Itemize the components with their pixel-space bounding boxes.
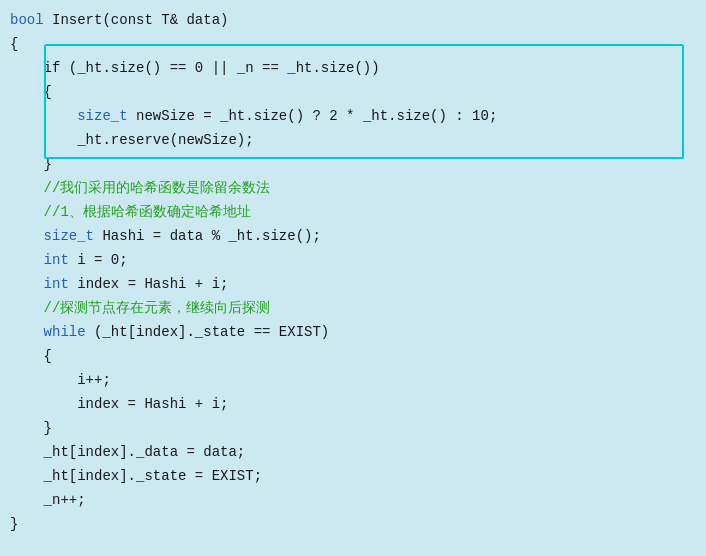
line-content: int i = 0; [0, 249, 128, 271]
code-line: } [0, 512, 706, 536]
line-content: i++; [0, 369, 111, 391]
code-token [10, 252, 44, 268]
code-line: int index = Hashi + i; [0, 272, 706, 296]
code-token: } [10, 516, 18, 532]
code-line: int i = 0; [0, 248, 706, 272]
code-line: //我们采用的哈希函数是除留余数法 [0, 176, 706, 200]
line-content: } [0, 153, 52, 175]
line-content: } [0, 513, 18, 535]
code-line: if (_ht.size() == 0 || _n == _ht.size()) [0, 56, 706, 80]
code-line: _ht[index]._data = data; [0, 440, 706, 464]
code-token: { [10, 84, 52, 100]
code-line: { [0, 32, 706, 56]
line-content: //探测节点存在元素，继续向后探测 [0, 297, 270, 319]
code-token [10, 276, 44, 292]
code-token: Insert(const T& data) [52, 12, 228, 28]
line-content: size_t Hashi = data % _ht.size(); [0, 225, 321, 247]
code-token: index = Hashi + i; [10, 396, 228, 412]
code-token: _n++; [10, 492, 86, 508]
code-token: newSize = _ht.size() ? 2 * _ht.size() : … [128, 108, 498, 124]
code-token [10, 324, 44, 340]
code-line: bool Insert(const T& data) [0, 8, 706, 32]
code-token: Hashi = data % _ht.size(); [94, 228, 321, 244]
line-content: bool Insert(const T& data) [0, 9, 228, 31]
code-token: index = Hashi + i; [69, 276, 229, 292]
code-line: } [0, 416, 706, 440]
line-content: int index = Hashi + i; [0, 273, 228, 295]
code-token: i = 0; [69, 252, 128, 268]
line-content: _n++; [0, 489, 86, 511]
code-line: index = Hashi + i; [0, 392, 706, 416]
line-content: if (_ht.size() == 0 || _n == _ht.size()) [0, 57, 380, 79]
code-token: (_ht[index]._state == EXIST) [86, 324, 330, 340]
line-content: _ht[index]._data = data; [0, 441, 245, 463]
code-line: { [0, 80, 706, 104]
code-line: size_t newSize = _ht.size() ? 2 * _ht.si… [0, 104, 706, 128]
code-token: //我们采用的哈希函数是除留余数法 [10, 180, 270, 196]
code-token: size_t [44, 228, 94, 244]
code-token: size_t [77, 108, 127, 124]
code-editor: bool Insert(const T& data){ if (_ht.size… [0, 0, 706, 556]
line-content: //我们采用的哈希函数是除留余数法 [0, 177, 270, 199]
line-content: { [0, 81, 52, 103]
code-token: } [10, 420, 52, 436]
code-line: _ht.reserve(newSize); [0, 128, 706, 152]
code-token: } [10, 156, 52, 172]
code-token: if (_ht.size() == 0 || _n == _ht.size()) [10, 60, 380, 76]
code-token [10, 108, 77, 124]
code-token: while [44, 324, 86, 340]
code-token [10, 228, 44, 244]
line-content: //1、根据哈希函数确定哈希地址 [0, 201, 251, 223]
code-line: _n++; [0, 488, 706, 512]
code-token: int [44, 276, 69, 292]
code-token: { [10, 36, 18, 52]
code-token: { [10, 348, 52, 364]
code-token: _ht.reserve(newSize); [10, 132, 254, 148]
line-content: { [0, 345, 52, 367]
line-content: } [0, 417, 52, 439]
code-line: while (_ht[index]._state == EXIST) [0, 320, 706, 344]
code-token: _ht[index]._state = EXIST; [10, 468, 262, 484]
code-token: bool [10, 12, 52, 28]
line-content: { [0, 33, 18, 55]
code-line: size_t Hashi = data % _ht.size(); [0, 224, 706, 248]
code-line: //1、根据哈希函数确定哈希地址 [0, 200, 706, 224]
line-content: _ht.reserve(newSize); [0, 129, 254, 151]
code-token: i++; [10, 372, 111, 388]
code-token: _ht[index]._data = data; [10, 444, 245, 460]
code-line: i++; [0, 368, 706, 392]
code-line: { [0, 344, 706, 368]
line-content: _ht[index]._state = EXIST; [0, 465, 262, 487]
code-line: //探测节点存在元素，继续向后探测 [0, 296, 706, 320]
code-token: int [44, 252, 69, 268]
line-content: while (_ht[index]._state == EXIST) [0, 321, 329, 343]
code-line: } [0, 152, 706, 176]
code-token: //1、根据哈希函数确定哈希地址 [10, 204, 251, 220]
line-content: size_t newSize = _ht.size() ? 2 * _ht.si… [0, 105, 497, 127]
line-content: index = Hashi + i; [0, 393, 228, 415]
code-token: //探测节点存在元素，继续向后探测 [10, 300, 270, 316]
code-line: _ht[index]._state = EXIST; [0, 464, 706, 488]
